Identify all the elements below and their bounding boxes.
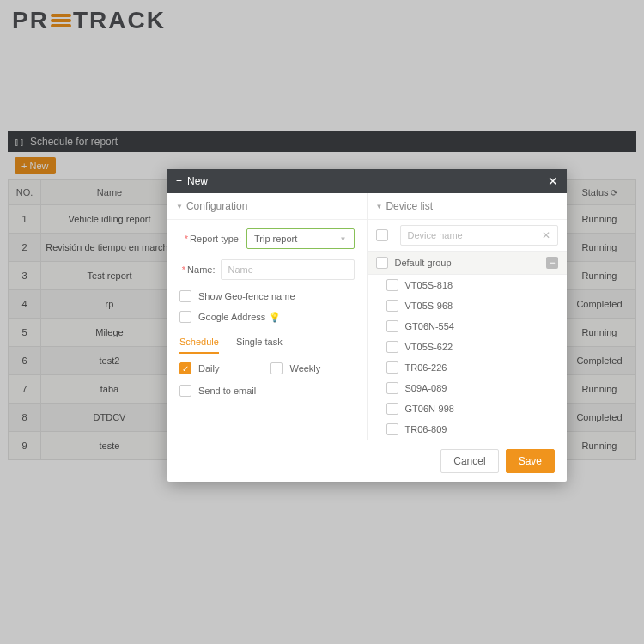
send-email-label: Send to email [198, 386, 256, 396]
device-label: TR06-809 [405, 424, 447, 434]
report-type-label: *Report type: [179, 234, 246, 244]
device-item[interactable]: VT05S-622 [368, 337, 568, 357]
send-email-checkbox[interactable] [179, 385, 191, 397]
name-label: *Name: [179, 264, 221, 275]
daily-label: Daily [198, 363, 219, 374]
geofence-checkbox[interactable] [179, 290, 191, 302]
new-report-modal: + New ✕ ▼ Configuration *Report type: Tr… [167, 169, 567, 482]
device-search-input[interactable] [408, 230, 543, 240]
report-type-select[interactable]: Trip report ▼ [246, 228, 355, 249]
device-panel-title: ▼ Device list [368, 193, 568, 220]
name-input[interactable] [221, 259, 355, 280]
geofence-label: Show Geo-fence name [198, 291, 295, 301]
device-search: ✕ [400, 225, 559, 246]
weekly-label: Weekly [289, 363, 320, 374]
google-address-checkbox[interactable] [179, 311, 191, 323]
chevron-down-icon: ▼ [176, 203, 183, 210]
clear-icon[interactable]: ✕ [542, 229, 550, 241]
device-list-panel: ▼ Device list ✕ Default group − VT05S-81… [368, 193, 568, 440]
device-checkbox[interactable] [386, 320, 398, 332]
lightbulb-icon: 💡 [269, 312, 281, 323]
device-label: VT05S-968 [405, 301, 453, 311]
device-label: VT05S-818 [405, 280, 453, 290]
config-panel-title: ▼ Configuration [167, 193, 367, 220]
device-label: S09A-089 [405, 383, 447, 393]
device-label: GT06N-554 [405, 321, 454, 331]
weekly-checkbox[interactable] [270, 362, 283, 374]
device-label: TR06-226 [405, 362, 447, 373]
device-item[interactable]: TR06-809 [368, 419, 568, 440]
device-checkbox[interactable] [386, 423, 398, 435]
modal-title: New [187, 175, 208, 187]
device-checkbox[interactable] [386, 361, 398, 374]
cancel-button[interactable]: Cancel [440, 449, 498, 473]
modal-footer: Cancel Save [167, 440, 567, 482]
chevron-down-icon: ▼ [376, 203, 383, 210]
device-checkbox[interactable] [386, 341, 398, 353]
plus-icon: + [176, 175, 182, 187]
configuration-panel: ▼ Configuration *Report type: Trip repor… [167, 193, 368, 440]
device-item[interactable]: S09A-089 [368, 378, 568, 398]
device-group-header[interactable]: Default group − [368, 251, 568, 275]
device-checkbox[interactable] [386, 382, 398, 394]
google-address-label: Google Address [198, 312, 265, 322]
device-checkbox[interactable] [386, 403, 398, 415]
device-item[interactable]: GT06N-554 [368, 316, 568, 337]
daily-checkbox[interactable]: ✓ [179, 362, 191, 374]
device-item[interactable]: VT05S-818 [368, 275, 568, 295]
chevron-down-icon: ▼ [340, 235, 347, 243]
device-item[interactable]: VT05S-968 [368, 295, 568, 316]
close-icon[interactable]: ✕ [548, 174, 558, 188]
collapse-icon[interactable]: − [546, 257, 558, 269]
group-label: Default group [395, 258, 452, 268]
device-label: VT05S-622 [405, 342, 453, 352]
device-checkbox[interactable] [386, 300, 398, 312]
device-item[interactable]: GT06N-998 [368, 398, 568, 419]
modal-header: + New ✕ [167, 169, 567, 193]
select-all-checkbox[interactable] [376, 229, 388, 241]
device-checkbox[interactable] [386, 279, 398, 291]
tab-schedule[interactable]: Schedule [179, 331, 219, 354]
save-button[interactable]: Save [506, 449, 555, 473]
device-item[interactable]: TR06-226 [368, 357, 568, 378]
tab-single-task[interactable]: Single task [236, 331, 283, 354]
device-label: GT06N-998 [405, 404, 454, 414]
schedule-tabs: Schedule Single task [179, 331, 355, 354]
group-checkbox[interactable] [376, 257, 388, 269]
